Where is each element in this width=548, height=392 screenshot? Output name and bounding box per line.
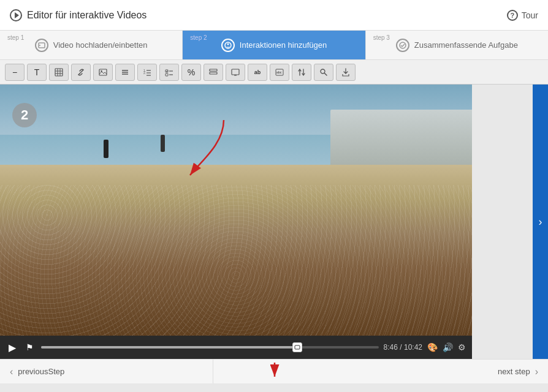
svg-rect-5	[55, 69, 63, 76]
toolbar: − T 1.2. % ab abc	[0, 60, 548, 85]
step-3-num: step 3	[373, 34, 390, 41]
header: Editor für interaktive Videos ? Tour	[0, 0, 548, 31]
settings-icon[interactable]: ⚙	[458, 342, 466, 352]
svg-line-10	[80, 71, 82, 74]
time-current: 8:46	[384, 343, 398, 352]
next-arrow-icon: ›	[535, 366, 538, 377]
prev-step-label: previousStep	[18, 367, 64, 376]
bottom-arrow-annotation	[256, 360, 293, 381]
percent-button[interactable]: %	[181, 64, 201, 81]
next-step-label: next step	[498, 367, 530, 376]
svg-text:abc: abc	[276, 70, 282, 74]
svg-rect-25	[210, 69, 217, 71]
video-controls: ▶ ⚑ 8:46 / 10:42 🎨 🔊 ⚙	[0, 336, 472, 359]
palette-icon[interactable]: 🎨	[427, 342, 438, 352]
step-2-num: step 2	[190, 34, 207, 41]
svg-line-33	[325, 73, 327, 75]
export-button[interactable]	[336, 64, 356, 81]
prev-arrow-icon: ‹	[10, 366, 13, 377]
time-display: 8:46 / 10:42	[384, 343, 422, 352]
prev-step-button[interactable]: ‹ previousStep	[0, 360, 213, 383]
svg-point-1	[39, 45, 40, 46]
step-number-overlay: 2	[12, 103, 37, 127]
step-1-icon	[35, 39, 48, 52]
progress-bar[interactable]	[41, 346, 379, 349]
image-button[interactable]	[93, 64, 113, 81]
task-list-button[interactable]	[159, 64, 179, 81]
search-tool-button[interactable]	[314, 64, 333, 81]
bookmark-button[interactable]: ⚑	[23, 341, 36, 353]
volume-icon[interactable]: 🔊	[443, 342, 453, 352]
video-player[interactable]: 2	[0, 85, 472, 336]
svg-rect-11	[99, 69, 107, 75]
table-button[interactable]	[49, 64, 69, 81]
video-frame: 2	[0, 85, 472, 336]
link-button[interactable]	[71, 64, 91, 81]
text-abc-button[interactable]: ab	[248, 64, 267, 81]
svg-point-32	[321, 69, 325, 74]
svg-rect-22	[166, 74, 168, 76]
tour-label: Tour	[522, 10, 538, 20]
time-separator: /	[400, 343, 404, 352]
step-1-label: Video hochladen/einbetten	[53, 40, 148, 50]
header-title-group: Editor für interaktive Videos	[10, 9, 147, 21]
textbox-button[interactable]: abc	[270, 64, 289, 81]
svg-rect-27	[232, 69, 239, 75]
step-2[interactable]: step 2 Interaktionen hinzufügen	[183, 31, 365, 59]
tour-button[interactable]: ? Tour	[507, 10, 538, 21]
step-3[interactable]: step 3 Zusammenfassende Aufgabe	[366, 31, 548, 59]
list-button[interactable]	[115, 64, 135, 81]
svg-rect-35	[295, 345, 300, 349]
minus-button[interactable]: −	[5, 64, 25, 81]
bottom-nav: ‹ previousStep next step ›	[0, 359, 548, 383]
progress-thumb[interactable]	[292, 342, 302, 352]
tour-info-icon: ?	[507, 10, 518, 21]
play-button[interactable]: ▶	[6, 341, 18, 355]
video-section: 2 ▶ ⚑	[0, 85, 533, 359]
step-3-icon	[396, 39, 409, 52]
main-area: 2 ▶ ⚑	[0, 85, 548, 359]
next-step-button[interactable]: next step ›	[336, 360, 549, 383]
time-total: 10:42	[404, 343, 422, 352]
right-sidebar-toggle[interactable]: ›	[533, 85, 548, 359]
svg-point-3	[227, 43, 229, 45]
progress-fill	[41, 346, 297, 349]
header-title-text: Editor für interaktive Videos	[27, 10, 147, 21]
align-button[interactable]	[204, 64, 223, 81]
svg-text:2.: 2.	[143, 71, 146, 75]
text-button[interactable]: T	[27, 64, 47, 81]
step-1[interactable]: step 1 Video hochladen/einbetten	[0, 31, 183, 59]
svg-rect-26	[210, 72, 217, 74]
step-2-label: Interaktionen hinzufügen	[240, 40, 327, 50]
step-3-label: Zusammenfassende Aufgabe	[414, 40, 518, 50]
step-1-num: step 1	[7, 34, 24, 41]
ordered-list-button[interactable]: 1.2.	[137, 64, 157, 81]
screen-button[interactable]	[226, 64, 245, 81]
sidebar-collapse-icon: ›	[539, 216, 542, 228]
header-play-icon	[10, 9, 22, 21]
sort-button[interactable]	[292, 64, 311, 81]
steps-bar: step 1 Video hochladen/einbetten step 2 …	[0, 31, 548, 60]
step-2-icon	[221, 39, 235, 52]
